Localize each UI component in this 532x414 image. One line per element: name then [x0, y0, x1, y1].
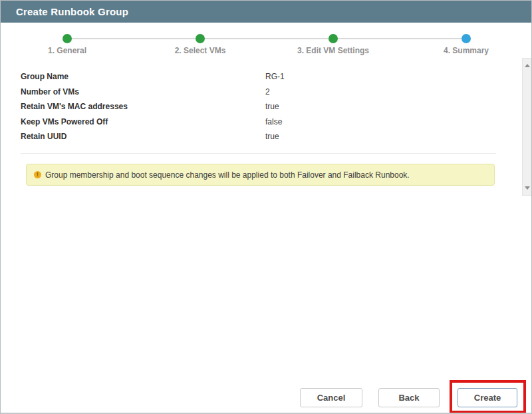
step-summary: 4. Summary: [400, 23, 532, 55]
scroll-down-arrow-icon[interactable]: [525, 186, 530, 190]
row-value: RG-1: [265, 72, 285, 81]
dialog-titlebar: Create Runbook Group: [1, 1, 531, 23]
scroll-up-arrow-icon[interactable]: [525, 64, 530, 67]
back-button[interactable]: Back: [378, 388, 440, 407]
row-value: true: [265, 132, 279, 141]
step-general: 1. General: [1, 23, 134, 55]
table-row: Keep VMs Powered Off false: [21, 114, 496, 130]
create-button[interactable]: Create: [458, 388, 517, 407]
table-row: Group Name RG-1: [21, 69, 496, 85]
step-label: 4. Summary: [444, 46, 489, 55]
step-current-dot-icon: [462, 34, 471, 43]
step-label: 2. Select VMs: [175, 46, 226, 55]
row-label: Retain UUID: [21, 132, 265, 141]
step-select-vms: 2. Select VMs: [134, 23, 267, 55]
dialog-title: Create Runbook Group: [16, 6, 128, 17]
step-edit-vm-settings: 3. Edit VM Settings: [267, 23, 400, 55]
summary-table: Group Name RG-1 Number of VMs 2 Retain V…: [21, 69, 496, 154]
table-row: Retain UUID true: [21, 129, 496, 144]
warning-banner: ! Group membership and boot sequence cha…: [26, 164, 495, 186]
table-row: Retain VM's MAC addresses true: [21, 99, 496, 114]
create-runbook-group-dialog: Create Runbook Group 1. General 2. Selec…: [0, 0, 532, 414]
row-value: 2: [265, 87, 270, 97]
row-value: false: [265, 117, 282, 126]
row-label: Number of VMs: [21, 87, 265, 97]
step-complete-dot-icon: [63, 34, 72, 43]
table-row: Number of VMs 2: [21, 85, 496, 100]
step-complete-dot-icon: [329, 34, 338, 43]
step-label: 1. General: [48, 46, 86, 55]
row-label: Group Name: [21, 72, 265, 81]
step-label: 3. Edit VM Settings: [297, 46, 369, 55]
step-complete-dot-icon: [196, 34, 205, 43]
warning-banner-text: Group membership and boot sequence chang…: [45, 170, 410, 180]
vertical-scrollbar[interactable]: [522, 58, 532, 196]
row-value: true: [265, 102, 279, 111]
row-label: Keep VMs Powered Off: [21, 117, 265, 126]
cancel-button[interactable]: Cancel: [300, 388, 362, 407]
wizard-stepper: 1. General 2. Select VMs 3. Edit VM Sett…: [1, 23, 532, 57]
row-label: Retain VM's MAC addresses: [21, 102, 265, 111]
warning-icon: !: [34, 171, 41, 178]
